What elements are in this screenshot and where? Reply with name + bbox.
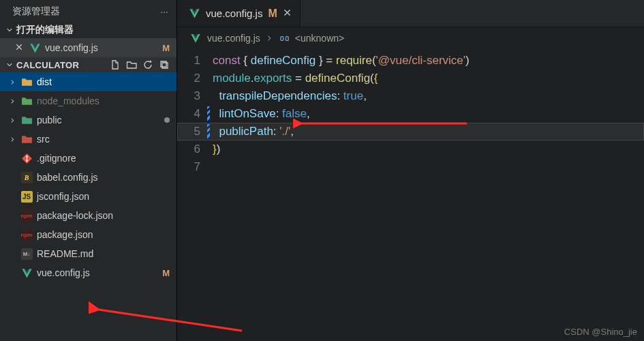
watermark: CSDN @Shino_jie — [564, 327, 637, 337]
chevron-right-icon — [10, 98, 16, 105]
file-item[interactable]: npmpackage-lock.json — [0, 206, 177, 225]
folder-item[interactable]: src — [0, 130, 177, 149]
chevron-down-icon — [5, 26, 14, 34]
editor-area: vue.config.js M vue.config.js <unknown> … — [177, 0, 644, 341]
file-icon — [20, 95, 33, 107]
line-number: 5 — [177, 123, 213, 140]
item-label: README.md — [37, 248, 93, 259]
project-name: CALCULATOR — [16, 60, 107, 70]
tab-filename: vue.config.js — [206, 8, 262, 19]
item-label: node_modules — [37, 95, 99, 106]
explorer-sidebar: 资源管理器 ··· 打开的编辑器 vue.config.js M CALCULA… — [0, 0, 177, 341]
code-editor[interactable]: 1const { defineConfig } = require('@vue/… — [177, 49, 644, 341]
file-icon — [20, 76, 33, 88]
line-body: publicPath: './', — [213, 123, 294, 140]
line-body: module.exports = defineConfig({ — [213, 70, 378, 87]
code-line[interactable]: 3 transpileDependencies: true, — [177, 87, 644, 105]
chevron-right-icon — [10, 78, 16, 86]
line-number: 7 — [177, 158, 213, 176]
file-item[interactable]: Bbabel.config.js — [0, 168, 177, 187]
code-line[interactable]: 2module.exports = defineConfig({ — [177, 70, 644, 87]
svg-rect-3 — [286, 36, 288, 40]
line-number: 2 — [177, 70, 213, 87]
open-editors-header[interactable]: 打开的编辑器 — [0, 22, 177, 38]
vue-file-icon — [189, 32, 202, 44]
dirty-dot — [164, 117, 170, 123]
code-line[interactable]: 6}) — [177, 140, 644, 158]
refresh-icon[interactable] — [142, 59, 153, 70]
project-header[interactable]: CALCULATOR — [0, 57, 177, 72]
file-item[interactable]: JSjsconfig.json — [0, 187, 177, 206]
folder-item[interactable]: node_modules — [0, 91, 177, 110]
new-folder-icon[interactable] — [126, 59, 137, 70]
file-item[interactable]: .gitignore — [0, 149, 177, 168]
item-label: package.json — [37, 229, 93, 240]
item-label: babel.config.js — [37, 172, 98, 183]
modified-indicator: M — [162, 268, 170, 278]
breadcrumb-symbol: <unknown> — [295, 33, 344, 44]
file-icon: npm — [20, 228, 33, 241]
code-line[interactable]: 7 — [177, 158, 644, 176]
more-icon[interactable]: ··· — [160, 6, 168, 17]
tab-modified: M — [268, 8, 277, 20]
collapse-icon[interactable] — [159, 59, 170, 70]
close-icon[interactable] — [15, 42, 25, 53]
item-label: public — [37, 115, 62, 125]
file-icon: B — [20, 171, 33, 183]
code-line[interactable]: 5 publicPath: './', — [177, 123, 644, 140]
file-icon: JS — [20, 190, 33, 203]
new-file-icon[interactable] — [110, 59, 121, 70]
file-icon: npm — [20, 209, 33, 222]
explorer-title: 资源管理器 — [12, 5, 60, 18]
folder-item[interactable]: dist — [0, 72, 177, 91]
symbol-icon — [279, 33, 290, 44]
chevron-down-icon — [5, 61, 14, 69]
file-item[interactable]: M↓README.md — [0, 244, 177, 263]
line-number: 4 — [177, 105, 213, 123]
modified-indicator: M — [162, 43, 170, 53]
tab-close-icon[interactable] — [283, 8, 292, 20]
breadcrumb-file: vue.config.js — [207, 33, 260, 44]
line-number: 3 — [177, 87, 213, 105]
file-icon — [20, 152, 33, 164]
item-label: vue.config.js — [37, 267, 90, 278]
tab-vue-config[interactable]: vue.config.js M — [177, 0, 301, 27]
line-body: lintOnSave: false, — [213, 105, 310, 123]
folder-item[interactable]: public — [0, 110, 177, 130]
chevron-right-icon — [10, 117, 16, 124]
project-actions — [110, 59, 170, 70]
item-label: src — [37, 134, 50, 145]
open-editors-title: 打开的编辑器 — [16, 24, 74, 36]
line-number: 6 — [177, 140, 213, 158]
chevron-right-icon — [10, 136, 16, 143]
file-item[interactable]: npmpackage.json — [0, 225, 177, 244]
breadcrumb[interactable]: vue.config.js <unknown> — [177, 27, 644, 49]
svg-rect-2 — [281, 36, 283, 40]
item-label: package-lock.json — [37, 210, 113, 221]
vue-file-icon — [29, 42, 41, 54]
tab-bar: vue.config.js M — [177, 0, 644, 27]
line-number: 1 — [177, 52, 213, 70]
file-icon: M↓ — [20, 248, 33, 260]
file-item[interactable]: vue.config.jsM — [0, 263, 177, 282]
code-line[interactable]: 1const { defineConfig } = require('@vue/… — [177, 52, 644, 70]
line-body: transpileDependencies: true, — [213, 87, 367, 105]
item-label: jsconfig.json — [37, 191, 89, 202]
open-editor-filename: vue.config.js — [45, 42, 98, 53]
file-tree: distnode_modulespublicsrc.gitignoreBbabe… — [0, 72, 177, 282]
item-label: .gitignore — [37, 153, 76, 164]
chevron-right-icon — [266, 34, 274, 42]
open-editor-item[interactable]: vue.config.js M — [0, 38, 177, 57]
file-icon — [20, 133, 33, 145]
line-body: }) — [213, 140, 220, 158]
explorer-header: 资源管理器 ··· — [0, 0, 177, 22]
file-icon — [20, 267, 33, 279]
code-line[interactable]: 4 lintOnSave: false, — [177, 105, 644, 123]
item-label: dist — [37, 76, 52, 87]
file-icon — [20, 114, 33, 126]
line-body: const { defineConfig } = require('@vue/c… — [213, 52, 470, 70]
vue-file-icon — [188, 8, 200, 20]
